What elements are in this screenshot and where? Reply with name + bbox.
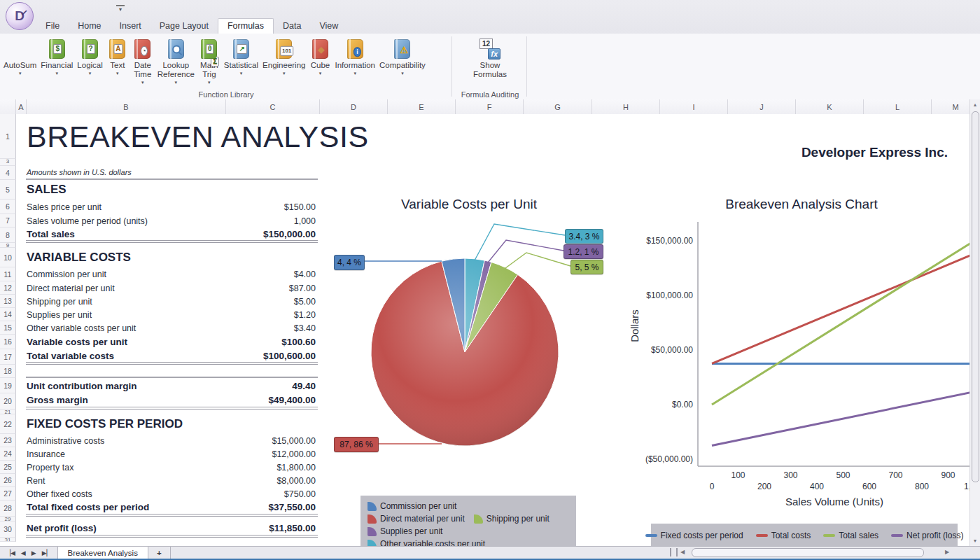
column-header-h[interactable]: H bbox=[592, 99, 660, 114]
cell-a[interactable] bbox=[16, 434, 26, 447]
cell-value[interactable]: $12,000.00 bbox=[223, 447, 318, 461]
column-header-b[interactable]: B bbox=[27, 99, 226, 114]
cell-label[interactable]: Total variable costs bbox=[26, 349, 223, 362]
cell-a[interactable] bbox=[16, 393, 26, 410]
first-sheet-icon[interactable]: ▕◀ bbox=[6, 550, 15, 556]
ribbon-button[interactable]: ↗ Statistical ▾ bbox=[222, 36, 260, 77]
cell-value[interactable]: $8,000.00 bbox=[223, 474, 318, 487]
prev-sheet-icon[interactable]: ◀ bbox=[21, 550, 26, 556]
cell-value[interactable] bbox=[223, 166, 318, 178]
row-header[interactable]: 18 bbox=[0, 365, 16, 378]
cell-a[interactable] bbox=[16, 474, 26, 487]
cell-a[interactable] bbox=[16, 243, 26, 248]
cell-value[interactable]: $15,000.00 bbox=[223, 434, 318, 447]
cell-label[interactable] bbox=[26, 410, 223, 414]
column-header-j[interactable]: J bbox=[728, 99, 796, 114]
cell-label[interactable]: Direct material per unit bbox=[26, 281, 223, 295]
cell-a[interactable] bbox=[16, 517, 26, 522]
scroll-left-icon[interactable]: ◀ bbox=[680, 549, 685, 555]
app-logo-icon[interactable]: D✓ bbox=[6, 2, 34, 30]
cell-label[interactable] bbox=[26, 365, 223, 377]
cell-label[interactable]: Administrative costs bbox=[26, 434, 223, 447]
cell-label[interactable] bbox=[26, 517, 223, 522]
column-header-e[interactable]: E bbox=[388, 99, 456, 114]
sheet-tab-breakeven-analysis[interactable]: Breakeven Analysis bbox=[57, 547, 148, 559]
cell-value[interactable]: $11,850.00 bbox=[223, 522, 318, 535]
row-header[interactable]: 15 bbox=[0, 321, 16, 335]
row-header[interactable]: 9 bbox=[0, 243, 16, 248]
cell-label[interactable]: Amounts shown in U.S. dollars bbox=[26, 166, 223, 178]
cell-label[interactable]: BREAKEVEN ANALYSIS bbox=[26, 114, 369, 159]
cell-value[interactable] bbox=[223, 248, 318, 267]
cell-label[interactable]: Sales price per unit bbox=[26, 200, 223, 214]
ribbon-tab[interactable]: Data bbox=[274, 19, 310, 34]
cell-a[interactable] bbox=[16, 349, 26, 365]
quick-access-customize-icon[interactable]: ▾ bbox=[116, 5, 125, 13]
row-header[interactable]: 21 bbox=[0, 410, 16, 414]
cell-a[interactable] bbox=[16, 487, 26, 500]
cell-value[interactable]: $5.00 bbox=[223, 295, 318, 308]
cell-label[interactable] bbox=[26, 159, 223, 166]
cell-value[interactable]: $4.00 bbox=[223, 267, 318, 281]
column-header-i[interactable]: I bbox=[660, 99, 728, 114]
cell-a[interactable] bbox=[16, 214, 26, 227]
cell-label[interactable]: VARIABLE COSTS bbox=[26, 248, 223, 267]
row-header[interactable]: 30 bbox=[0, 522, 16, 538]
cell-a[interactable] bbox=[16, 500, 26, 517]
cell-value[interactable]: $3.40 bbox=[223, 321, 318, 335]
ribbon-button[interactable]: ⚠ Compatibility ▾ bbox=[377, 36, 428, 77]
column-header-d[interactable]: D bbox=[320, 99, 388, 114]
row-header[interactable]: 1 bbox=[0, 114, 16, 159]
row-header[interactable]: 10 bbox=[0, 248, 16, 267]
ribbon-button[interactable]: Lookup Reference ▾ bbox=[155, 36, 197, 86]
ribbon-button[interactable]: $ Financial ▾ bbox=[38, 36, 75, 77]
row-header[interactable]: 16 bbox=[0, 335, 16, 349]
row-header[interactable]: 31 bbox=[0, 538, 16, 542]
row-header[interactable]: 8 bbox=[0, 227, 16, 243]
cell-a[interactable] bbox=[16, 447, 26, 461]
ribbon-tab[interactable]: Formulas bbox=[218, 18, 274, 34]
cell-label[interactable]: SALES bbox=[26, 180, 223, 200]
column-header-f[interactable]: F bbox=[456, 99, 524, 114]
cell-value[interactable]: $1.20 bbox=[223, 308, 318, 321]
ribbon-tab[interactable]: Page Layout bbox=[150, 19, 218, 34]
cell-a[interactable] bbox=[16, 295, 26, 308]
ribbon-button[interactable]: Σ AutoSum ▾ bbox=[1, 36, 38, 77]
row-header[interactable]: 20 bbox=[0, 393, 16, 410]
cell-a[interactable] bbox=[16, 159, 26, 166]
row-header[interactable]: 19 bbox=[0, 378, 16, 393]
cell-a[interactable] bbox=[16, 335, 26, 349]
select-all-corner[interactable] bbox=[0, 99, 16, 114]
cell-value[interactable]: $150,000.00 bbox=[223, 227, 318, 240]
cell-value[interactable] bbox=[223, 365, 318, 377]
ribbon-tab[interactable]: Insert bbox=[111, 19, 150, 34]
column-header-g[interactable]: G bbox=[524, 99, 592, 114]
row-header[interactable]: 23 bbox=[0, 434, 16, 447]
cell-a[interactable] bbox=[16, 522, 26, 538]
cell-value[interactable] bbox=[223, 410, 318, 414]
cell-value[interactable]: 1,000 bbox=[223, 214, 318, 227]
cell-label[interactable]: Shipping per unit bbox=[26, 295, 223, 308]
row-header[interactable]: 3 bbox=[0, 159, 16, 166]
row-header[interactable]: 4 bbox=[0, 166, 16, 180]
horizontal-scroll-thumb[interactable] bbox=[692, 548, 924, 557]
cell-label[interactable]: Other fixed costs bbox=[26, 487, 223, 500]
add-sheet-button[interactable]: + bbox=[148, 547, 171, 559]
ribbon-button[interactable]: A Text ▾ bbox=[105, 36, 130, 77]
show-formulas-button[interactable]: 12fx Show Formulas bbox=[471, 36, 509, 80]
row-header[interactable]: 12 bbox=[0, 281, 16, 295]
column-header-c[interactable]: C bbox=[226, 99, 320, 114]
cell-a[interactable] bbox=[16, 308, 26, 321]
cell-value[interactable]: $100,600.00 bbox=[223, 349, 318, 362]
cell-a[interactable] bbox=[16, 248, 26, 267]
cell-label[interactable]: Total sales bbox=[26, 227, 223, 240]
cell-label[interactable]: FIXED COSTS PER PERIOD bbox=[26, 414, 223, 434]
next-sheet-icon[interactable]: ▶ bbox=[31, 550, 36, 556]
column-header-l[interactable]: L bbox=[864, 99, 932, 114]
scroll-right-icon[interactable]: ▶ bbox=[945, 549, 949, 555]
row-header[interactable]: 25 bbox=[0, 461, 16, 474]
ribbon-button[interactable]: ◔ Date Time ▾ bbox=[130, 36, 155, 86]
tab-scroll-splitter[interactable] bbox=[670, 548, 678, 556]
cell-value[interactable]: $87.00 bbox=[223, 281, 318, 295]
cell-value[interactable]: $750.00 bbox=[223, 487, 318, 500]
